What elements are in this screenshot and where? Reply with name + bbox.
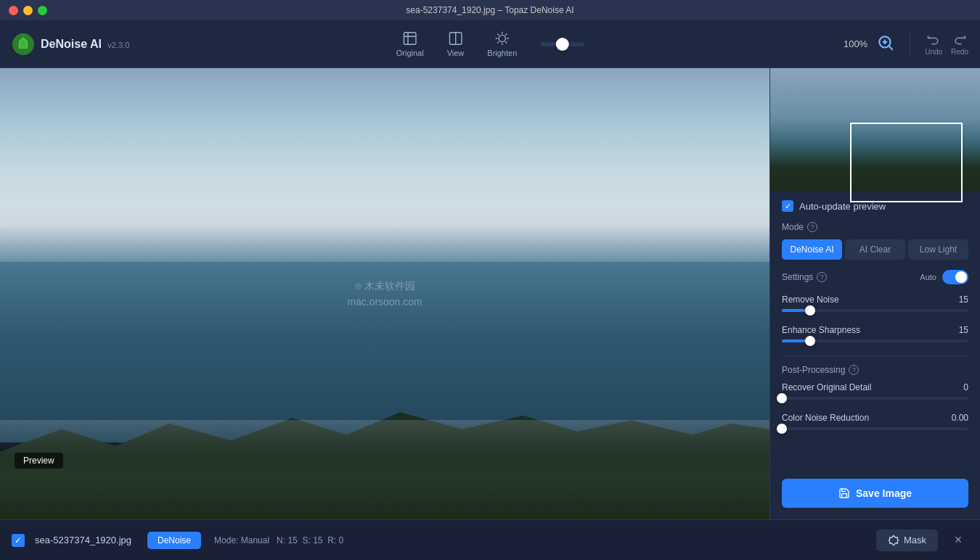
post-processing-header: Post-Processing ?: [782, 365, 968, 375]
settings-help-icon[interactable]: ?: [817, 272, 827, 282]
auto-label: Auto: [920, 273, 936, 281]
save-icon: [838, 487, 850, 499]
close-file-button[interactable]: ×: [948, 530, 968, 551]
minimize-window-button[interactable]: [23, 6, 33, 15]
horizon-layer: [0, 226, 769, 263]
mode-low-light-button[interactable]: Low Light: [908, 239, 968, 260]
remove-noise-slider-group: Remove Noise 15: [782, 295, 968, 312]
canvas-area[interactable]: ⊙ 木未软件园mac.orsoon.com Preview: [0, 68, 769, 519]
svg-rect-1: [404, 33, 416, 45]
file-select-checkbox[interactable]: [12, 534, 25, 547]
settings-row: Settings ? Auto: [782, 270, 968, 284]
file-name: sea-5237374_1920.jpg: [35, 535, 131, 545]
app-version: v2.3.0: [107, 41, 129, 49]
remove-noise-thumb[interactable]: [805, 305, 815, 316]
toolbar: DeNoise AI v2.3.0 Original View Brighten…: [0, 20, 980, 68]
app-name: DeNoise AI: [41, 38, 102, 50]
svg-line-14: [889, 46, 893, 49]
section-divider: [782, 355, 968, 356]
zoom-value: 100%: [838, 38, 867, 49]
auto-toggle-switch[interactable]: [942, 270, 968, 284]
recover-detail-thumb[interactable]: [777, 393, 787, 403]
remove-noise-track[interactable]: [782, 309, 968, 312]
preview-label: Preview: [15, 453, 63, 469]
color-noise-slider-group: Color Noise Reduction 0.00: [782, 413, 968, 430]
close-window-button[interactable]: [9, 6, 18, 15]
scene-canvas: ⊙ 木未软件园mac.orsoon.com: [0, 68, 769, 519]
color-noise-label-row: Color Noise Reduction 0.00: [782, 413, 968, 423]
enhance-sharpness-label-row: Enhance Sharpness 15: [782, 325, 968, 335]
view-button[interactable]: View: [447, 30, 465, 57]
toolbar-right: 100% Undo Redo: [838, 32, 968, 56]
logo-area: DeNoise AI v2.3.0: [12, 33, 129, 56]
original-label: Original: [396, 49, 424, 57]
enhance-sharpness-label: Enhance Sharpness: [782, 325, 860, 335]
mask-label: Mask: [904, 535, 926, 545]
sea-layer: [0, 262, 769, 442]
settings-label: Settings ?: [782, 272, 827, 282]
thumbnail-viewport-rect: [850, 123, 963, 202]
undo-button[interactable]: Undo: [925, 32, 942, 56]
color-noise-thumb[interactable]: [777, 424, 787, 434]
svg-line-10: [505, 42, 507, 44]
recover-detail-value: 0: [963, 382, 968, 392]
save-button-label: Save Image: [856, 487, 912, 499]
enhance-sharpness-value: 15: [959, 325, 968, 335]
svg-line-11: [505, 33, 507, 35]
mask-button[interactable]: Mask: [876, 530, 938, 551]
panel-content: Auto-update preview Mode ? DeNoise AI AI…: [770, 192, 980, 470]
recover-detail-track[interactable]: [782, 397, 968, 400]
recover-detail-label-row: Recover Original Detail 0: [782, 382, 968, 392]
mode-ai-clear-button[interactable]: AI Clear: [845, 239, 905, 260]
maximize-window-button[interactable]: [38, 6, 47, 15]
mode-section-header: Mode ?: [782, 222, 968, 232]
mode-buttons: DeNoise AI AI Clear Low Light: [782, 239, 968, 260]
mask-icon: [888, 535, 899, 546]
mode-help-icon[interactable]: ?: [807, 222, 817, 232]
original-button[interactable]: Original: [396, 30, 424, 57]
right-panel: Auto-update preview Mode ? DeNoise AI AI…: [769, 68, 980, 519]
remove-noise-label: Remove Noise: [782, 295, 839, 305]
zoom-button[interactable]: [876, 33, 895, 55]
main-content: ⊙ 木未软件园mac.orsoon.com Preview Auto-updat…: [0, 68, 980, 519]
settings-auto-toggle: Auto: [920, 270, 968, 284]
brighten-button[interactable]: Brighten: [487, 30, 517, 57]
titlebar: sea-5237374_1920.jpg – Topaz DeNoise AI: [0, 0, 980, 20]
recover-detail-label: Recover Original Detail: [782, 382, 871, 392]
brighten-label: Brighten: [487, 49, 517, 57]
denoise-badge[interactable]: DeNoise: [147, 532, 201, 549]
thumbnail-image: [770, 68, 980, 192]
logo-text-area: DeNoise AI v2.3.0: [41, 38, 129, 51]
bottom-bar: sea-5237374_1920.jpg DeNoise Mode: Manua…: [0, 519, 980, 560]
window-controls: [9, 6, 47, 15]
color-noise-track[interactable]: [782, 427, 968, 430]
svg-line-12: [497, 42, 499, 44]
enhance-sharpness-track[interactable]: [782, 339, 968, 342]
view-label: View: [447, 49, 465, 57]
enhance-sharpness-slider-group: Enhance Sharpness 15: [782, 325, 968, 342]
auto-update-checkbox[interactable]: [782, 200, 793, 212]
post-processing-help-icon[interactable]: ?: [849, 365, 859, 375]
redo-button[interactable]: Redo: [951, 32, 968, 56]
svg-point-4: [499, 35, 505, 41]
toolbar-center: Original View Brighten: [396, 30, 584, 57]
toggle-control[interactable]: [540, 42, 584, 46]
sky-layer: [0, 68, 769, 239]
app-logo: [12, 33, 35, 56]
color-noise-value: 0.00: [952, 413, 968, 423]
svg-line-9: [497, 33, 499, 35]
remove-noise-label-row: Remove Noise 15: [782, 295, 968, 305]
window-title: sea-5237374_1920.jpg – Topaz DeNoise AI: [406, 5, 573, 15]
mode-denoise-ai-button[interactable]: DeNoise AI: [782, 239, 842, 260]
recover-detail-slider-group: Recover Original Detail 0: [782, 382, 968, 400]
file-mode-info: Mode: Manual N: 15 S: 15 R: 0: [214, 535, 343, 545]
save-image-button[interactable]: Save Image: [782, 479, 968, 508]
enhance-sharpness-thumb[interactable]: [805, 336, 815, 346]
remove-noise-value: 15: [959, 295, 968, 305]
color-noise-label: Color Noise Reduction: [782, 413, 869, 423]
